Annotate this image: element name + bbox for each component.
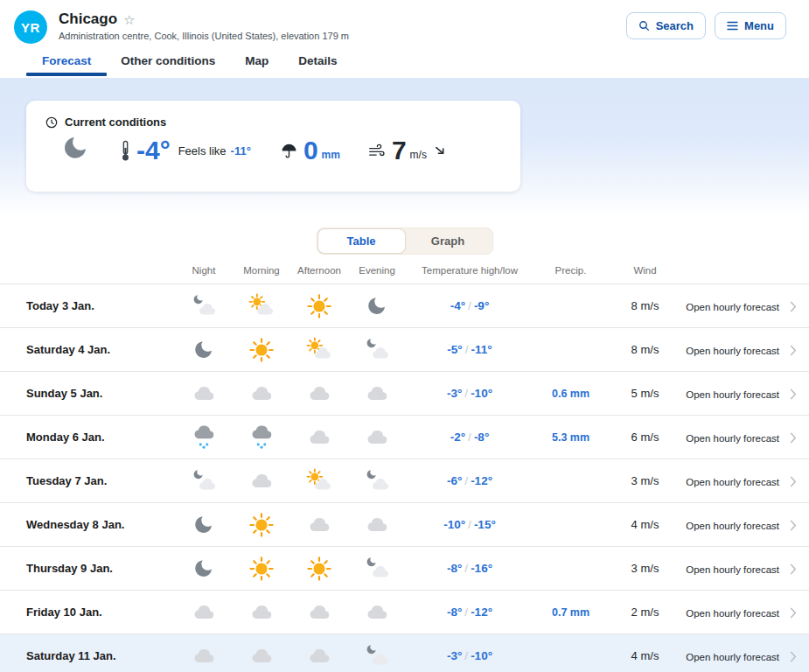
forecast-day-row[interactable]: Saturday 4 Jan. -5°/-11° 8 m/s Open hour…	[0, 328, 809, 372]
menu-button[interactable]: Menu	[715, 12, 786, 39]
forecast-day-row[interactable]: Sunday 5 Jan. -3°/-10° 0.6 mm 5 m/s Open…	[0, 372, 809, 416]
open-hourly-forecast-label: Open hourly forecast	[686, 521, 779, 531]
yr-logo[interactable]: YR	[14, 10, 47, 44]
evening-weather-icon	[364, 385, 390, 400]
morning-weather-icon	[248, 341, 275, 356]
night-weather-icon	[191, 385, 217, 400]
forecast-day-row[interactable]: Tuesday 7 Jan. -6°/-12° 3 m/s Open hourl…	[0, 459, 809, 503]
evening-weather-icon	[364, 429, 390, 444]
chevron-right-icon	[790, 607, 797, 619]
morning-weather-icon	[248, 560, 275, 575]
search-button-label: Search	[656, 19, 694, 32]
search-button[interactable]: Search	[626, 12, 706, 39]
temperature-high-low: -6°/-12°	[406, 459, 534, 503]
current-weather-symbol	[61, 134, 94, 167]
wind-value: 5 m/s	[608, 372, 682, 416]
evening-weather-icon	[364, 341, 390, 356]
morning-weather-icon	[248, 385, 275, 400]
afternoon-weather-icon	[306, 298, 332, 312]
current-conditions-card: Current conditions -4° Feels like -11°	[26, 101, 520, 192]
favorite-star-icon[interactable]: ☆	[123, 13, 135, 26]
wind-direction-southeast-icon	[434, 144, 446, 157]
forecast-day-row[interactable]: Friday 10 Jan. -8°/-12° 0.7 mm 2 m/s Ope…	[0, 591, 809, 634]
temperature-high-low: -8°/-12°	[406, 591, 534, 634]
afternoon-weather-icon	[306, 516, 332, 531]
open-hourly-forecast-link[interactable]: Open hourly forecast	[682, 591, 809, 634]
current-temperature-group: -4° Feels like -11°	[121, 137, 251, 164]
open-hourly-forecast-link[interactable]: Open hourly forecast	[682, 284, 809, 328]
header-buttons: Search Menu	[626, 10, 786, 39]
view-toggle: Table Graph	[0, 228, 809, 255]
temperature-high-low: -3°/-10°	[406, 634, 534, 672]
forecast-day-row[interactable]: Saturday 11 Jan. -3°/-10° 4 m/s Open hou…	[0, 634, 809, 672]
open-hourly-forecast-link[interactable]: Open hourly forecast	[682, 372, 809, 416]
morning-weather-icon	[248, 516, 275, 531]
morning-weather-icon	[248, 298, 275, 312]
wind-value: 4 m/s	[608, 634, 682, 672]
search-icon	[638, 20, 650, 32]
current-conditions-band: Current conditions -4° Feels like -11°	[0, 78, 809, 216]
column-header-afternoon: Afternoon	[290, 265, 348, 284]
tab-forecast[interactable]: Forecast	[42, 54, 91, 76]
temperature-high-low: -5°/-11°	[406, 328, 534, 372]
open-hourly-forecast-link[interactable]: Open hourly forecast	[682, 328, 809, 372]
forecast-table-header: Night Morning Afternoon Evening Temperat…	[0, 265, 809, 284]
night-weather-icon	[192, 560, 214, 575]
column-header-precip: Precip.	[534, 265, 608, 284]
evening-weather-icon	[364, 648, 390, 662]
header: YR Chicago ☆ Administration centre, Cook…	[0, 0, 809, 44]
day-label: Thursday 9 Jan.	[0, 547, 175, 591]
tab-other-conditions[interactable]: Other conditions	[121, 54, 215, 76]
day-label: Today 3 Jan.	[0, 284, 175, 328]
forecast-day-row[interactable]: Wednesday 8 Jan. -10°/-15° 4 m/s Open ho…	[0, 503, 809, 547]
precipitation-value: 0.6 mm	[534, 372, 608, 416]
forecast-day-row[interactable]: Today 3 Jan. -4°/-9° 8 m/s Open hourly f…	[0, 284, 809, 328]
open-hourly-forecast-label: Open hourly forecast	[686, 608, 779, 619]
toggle-graph[interactable]: Graph	[405, 229, 492, 253]
open-hourly-forecast-label: Open hourly forecast	[686, 302, 779, 312]
wind-icon	[368, 144, 386, 158]
wind-value: 3 m/s	[608, 459, 682, 503]
open-hourly-forecast-link[interactable]: Open hourly forecast	[682, 416, 809, 459]
night-weather-icon	[191, 472, 217, 487]
afternoon-weather-icon	[306, 472, 332, 487]
hamburger-menu-icon	[727, 21, 738, 31]
current-wind-speed: 7	[392, 137, 407, 164]
open-hourly-forecast-link[interactable]: Open hourly forecast	[682, 547, 809, 591]
morning-weather-icon	[248, 648, 275, 662]
tab-map[interactable]: Map	[245, 54, 269, 76]
wind-unit: m/s	[410, 149, 427, 164]
feels-like-label: Feels like	[178, 144, 227, 158]
morning-weather-icon	[248, 604, 275, 619]
day-label: Monday 6 Jan.	[0, 416, 175, 459]
wind-value: 8 m/s	[608, 284, 682, 328]
temperature-high-low: -10°/-15°	[406, 503, 534, 547]
column-header-date	[0, 265, 175, 284]
umbrella-icon	[281, 143, 297, 159]
chevron-right-icon	[790, 345, 797, 356]
night-weather-icon	[191, 648, 217, 662]
precipitation-value: 5.3 mm	[534, 416, 608, 459]
nav-tabs: Forecast Other conditions Map Details	[42, 54, 809, 76]
toggle-table[interactable]: Table	[318, 229, 405, 253]
precipitation-value	[534, 328, 608, 372]
current-temperature: -4°	[136, 137, 171, 164]
open-hourly-forecast-link[interactable]: Open hourly forecast	[682, 503, 809, 547]
night-weather-icon	[192, 516, 214, 531]
afternoon-weather-icon	[306, 648, 332, 662]
column-header-wind: Wind	[608, 265, 682, 284]
chevron-right-icon	[790, 651, 797, 662]
forecast-day-row[interactable]: Monday 6 Jan. -2°/-8° 5.3 mm 6 m/s Open …	[0, 416, 809, 459]
open-hourly-forecast-link[interactable]: Open hourly forecast	[682, 634, 809, 672]
forecast-day-row[interactable]: Thursday 9 Jan. -8°/-16° 3 m/s Open hour…	[0, 547, 809, 591]
wind-value: 4 m/s	[608, 503, 682, 547]
open-hourly-forecast-link[interactable]: Open hourly forecast	[682, 459, 809, 503]
forecast-table: Night Morning Afternoon Evening Temperat…	[0, 265, 809, 672]
open-hourly-forecast-label: Open hourly forecast	[686, 652, 779, 662]
open-hourly-forecast-label: Open hourly forecast	[686, 564, 779, 575]
tab-details[interactable]: Details	[298, 54, 337, 76]
evening-weather-icon	[364, 604, 390, 619]
column-header-morning: Morning	[233, 265, 290, 284]
night-weather-icon	[191, 429, 217, 444]
afternoon-weather-icon	[306, 385, 332, 400]
